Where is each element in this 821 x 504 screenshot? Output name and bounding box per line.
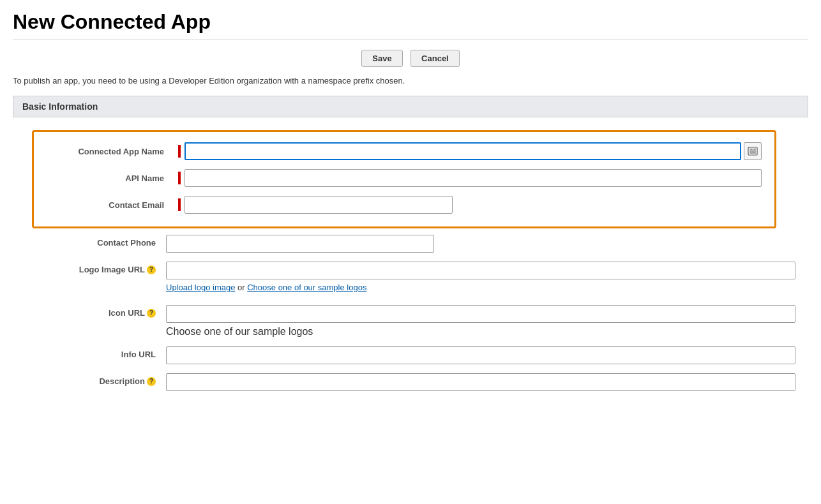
form-container: Connected App Name [13, 130, 808, 391]
info-url-row: Info URL [26, 346, 795, 364]
save-button[interactable]: Save [361, 50, 402, 67]
logo-or-text: or [237, 283, 245, 292]
icon-url-label: Icon URL ? [32, 305, 166, 318]
logo-upload-links: Upload logo image or Choose one of our s… [166, 283, 795, 292]
basic-info-header: Basic Information [13, 96, 808, 117]
contact-phone-row: Contact Phone [26, 235, 795, 253]
description-label: Description ? [32, 373, 166, 386]
connected-app-name-input[interactable] [185, 142, 741, 160]
description-row: Description ? [26, 373, 795, 391]
info-url-input-col [166, 346, 795, 364]
contact-email-row: Contact Email [47, 196, 762, 214]
connected-app-name-required [178, 145, 181, 158]
svg-rect-3 [749, 152, 756, 154]
publish-notice: To publish an app, you need to be using … [13, 76, 808, 85]
contact-phone-label: Contact Phone [32, 235, 166, 248]
info-url-input[interactable] [166, 346, 795, 364]
icon-url-input[interactable] [166, 305, 795, 323]
icon-upload-links: Choose one of our sample logos [166, 326, 795, 337]
icon-url-input-col: Choose one of our sample logos [166, 305, 795, 337]
connected-app-name-row: Connected App Name [47, 142, 762, 160]
sample-logos-link-icon[interactable]: Choose one of our sample logos [166, 326, 313, 337]
svg-rect-1 [749, 149, 753, 150]
description-input[interactable] [166, 373, 795, 391]
required-fields-highlight: Connected App Name [32, 130, 776, 228]
api-name-required [178, 172, 181, 184]
logo-image-url-input-col: Upload logo image or Choose one of our s… [166, 262, 795, 296]
page-title: New Connected App [13, 10, 808, 40]
connected-app-name-label: Connected App Name [47, 147, 174, 156]
connected-app-name-input-wrapper [185, 142, 762, 160]
logo-image-url-input[interactable] [166, 262, 795, 279]
contact-phone-input[interactable] [166, 235, 434, 253]
info-url-label: Info URL [32, 346, 166, 359]
contact-email-input[interactable] [185, 196, 453, 214]
description-info-icon[interactable]: ? [147, 377, 156, 386]
logo-image-url-label: Logo Image URL ? [32, 262, 166, 274]
api-name-input-wrapper [185, 169, 762, 187]
svg-rect-4 [753, 149, 756, 150]
contact-email-input-wrapper [185, 196, 762, 214]
sample-logos-link-logo[interactable]: Choose one of our sample logos [247, 283, 366, 292]
lookup-icon-button[interactable] [744, 142, 762, 160]
svg-rect-2 [749, 151, 756, 152]
cancel-button[interactable]: Cancel [410, 50, 460, 67]
contact-phone-input-col [166, 235, 795, 253]
api-name-input[interactable] [185, 169, 762, 187]
contact-email-required [178, 198, 181, 211]
logo-image-url-row: Logo Image URL ? Upload logo image or Ch… [26, 262, 795, 296]
upload-logo-link[interactable]: Upload logo image [166, 283, 235, 292]
page-wrapper: New Connected App Save Cancel To publish… [0, 0, 821, 410]
toolbar: Save Cancel [13, 50, 808, 67]
api-name-label: API Name [47, 174, 174, 183]
icon-url-row: Icon URL ? Choose one of our sample logo… [26, 305, 795, 337]
icon-url-info-icon[interactable]: ? [147, 309, 156, 318]
api-name-row: API Name [47, 169, 762, 187]
logo-url-info-icon[interactable]: ? [147, 265, 156, 274]
description-input-col [166, 373, 795, 391]
contact-email-label: Contact Email [47, 200, 174, 210]
